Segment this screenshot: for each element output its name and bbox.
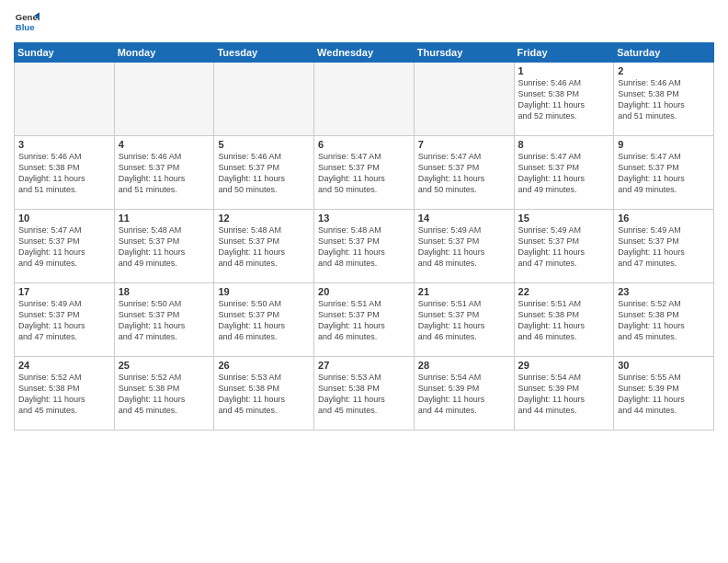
calendar-cell: 28Sunrise: 5:54 AM Sunset: 5:39 PM Dayli… bbox=[414, 357, 514, 431]
calendar-cell: 5Sunrise: 5:46 AM Sunset: 5:37 PM Daylig… bbox=[214, 136, 314, 210]
day-number: 16 bbox=[618, 213, 710, 224]
calendar-cell: 10Sunrise: 5:47 AM Sunset: 5:37 PM Dayli… bbox=[15, 210, 115, 283]
calendar-cell: 26Sunrise: 5:53 AM Sunset: 5:38 PM Dayli… bbox=[214, 357, 314, 431]
calendar-cell: 27Sunrise: 5:53 AM Sunset: 5:38 PM Dayli… bbox=[314, 357, 415, 431]
day-number: 5 bbox=[218, 139, 310, 150]
day-number: 26 bbox=[218, 360, 310, 371]
calendar-cell: 9Sunrise: 5:47 AM Sunset: 5:37 PM Daylig… bbox=[614, 136, 714, 210]
day-number: 8 bbox=[518, 139, 610, 150]
calendar-cell: 12Sunrise: 5:48 AM Sunset: 5:37 PM Dayli… bbox=[214, 210, 314, 283]
calendar-cell: 8Sunrise: 5:47 AM Sunset: 5:37 PM Daylig… bbox=[514, 136, 614, 210]
logo: General Blue bbox=[14, 9, 40, 35]
calendar-cell: 19Sunrise: 5:50 AM Sunset: 5:37 PM Dayli… bbox=[214, 283, 314, 357]
day-number: 28 bbox=[418, 360, 510, 371]
day-number: 25 bbox=[119, 360, 210, 371]
day-info: Sunrise: 5:48 AM Sunset: 5:37 PM Dayligh… bbox=[318, 224, 410, 270]
day-info: Sunrise: 5:48 AM Sunset: 5:37 PM Dayligh… bbox=[119, 224, 210, 270]
day-info: Sunrise: 5:47 AM Sunset: 5:37 PM Dayligh… bbox=[518, 151, 610, 196]
day-number: 18 bbox=[119, 286, 210, 297]
weekday-header-friday: Friday bbox=[514, 43, 614, 63]
day-info: Sunrise: 5:51 AM Sunset: 5:38 PM Dayligh… bbox=[518, 298, 610, 343]
calendar-cell: 29Sunrise: 5:54 AM Sunset: 5:39 PM Dayli… bbox=[514, 357, 614, 431]
calendar-cell: 1Sunrise: 5:46 AM Sunset: 5:38 PM Daylig… bbox=[514, 63, 614, 136]
calendar-week-3: 10Sunrise: 5:47 AM Sunset: 5:37 PM Dayli… bbox=[15, 210, 714, 283]
weekday-header-saturday: Saturday bbox=[614, 43, 714, 63]
calendar-week-2: 3Sunrise: 5:46 AM Sunset: 5:38 PM Daylig… bbox=[15, 136, 714, 210]
weekday-header-thursday: Thursday bbox=[414, 43, 514, 63]
calendar-cell: 18Sunrise: 5:50 AM Sunset: 5:37 PM Dayli… bbox=[114, 283, 214, 357]
day-info: Sunrise: 5:47 AM Sunset: 5:37 PM Dayligh… bbox=[318, 151, 410, 196]
day-number: 6 bbox=[318, 139, 410, 150]
day-info: Sunrise: 5:54 AM Sunset: 5:39 PM Dayligh… bbox=[418, 372, 510, 417]
day-number: 1 bbox=[518, 65, 610, 76]
calendar-cell: 17Sunrise: 5:49 AM Sunset: 5:37 PM Dayli… bbox=[15, 283, 115, 357]
day-info: Sunrise: 5:51 AM Sunset: 5:37 PM Dayligh… bbox=[418, 298, 510, 343]
day-number: 14 bbox=[418, 213, 510, 224]
calendar-cell: 13Sunrise: 5:48 AM Sunset: 5:37 PM Dayli… bbox=[314, 210, 415, 283]
day-info: Sunrise: 5:47 AM Sunset: 5:37 PM Dayligh… bbox=[418, 151, 510, 196]
calendar-cell: 14Sunrise: 5:49 AM Sunset: 5:37 PM Dayli… bbox=[414, 210, 514, 283]
page-header: General Blue bbox=[14, 9, 714, 35]
day-number: 20 bbox=[318, 286, 410, 297]
calendar-cell bbox=[214, 63, 314, 136]
calendar-cell: 21Sunrise: 5:51 AM Sunset: 5:37 PM Dayli… bbox=[414, 283, 514, 357]
day-info: Sunrise: 5:55 AM Sunset: 5:39 PM Dayligh… bbox=[618, 372, 710, 417]
day-info: Sunrise: 5:50 AM Sunset: 5:37 PM Dayligh… bbox=[119, 298, 210, 343]
logo-icon: General Blue bbox=[14, 9, 40, 35]
day-number: 30 bbox=[618, 360, 710, 371]
day-info: Sunrise: 5:49 AM Sunset: 5:37 PM Dayligh… bbox=[18, 298, 110, 343]
calendar-table: SundayMondayTuesdayWednesdayThursdayFrid… bbox=[14, 42, 714, 431]
calendar-cell bbox=[114, 63, 214, 136]
calendar-cell: 6Sunrise: 5:47 AM Sunset: 5:37 PM Daylig… bbox=[314, 136, 415, 210]
calendar-cell bbox=[414, 63, 514, 136]
weekday-header-tuesday: Tuesday bbox=[214, 43, 314, 63]
day-info: Sunrise: 5:51 AM Sunset: 5:37 PM Dayligh… bbox=[318, 298, 410, 343]
calendar-cell: 11Sunrise: 5:48 AM Sunset: 5:37 PM Dayli… bbox=[114, 210, 214, 283]
day-number: 15 bbox=[518, 213, 610, 224]
calendar-cell: 23Sunrise: 5:52 AM Sunset: 5:38 PM Dayli… bbox=[614, 283, 714, 357]
calendar-cell: 2Sunrise: 5:46 AM Sunset: 5:38 PM Daylig… bbox=[614, 63, 714, 136]
weekday-header-wednesday: Wednesday bbox=[314, 43, 415, 63]
day-info: Sunrise: 5:46 AM Sunset: 5:38 PM Dayligh… bbox=[18, 151, 110, 196]
day-number: 19 bbox=[218, 286, 310, 297]
day-info: Sunrise: 5:46 AM Sunset: 5:38 PM Dayligh… bbox=[618, 77, 710, 122]
day-info: Sunrise: 5:53 AM Sunset: 5:38 PM Dayligh… bbox=[318, 372, 410, 417]
calendar-cell: 4Sunrise: 5:46 AM Sunset: 5:37 PM Daylig… bbox=[114, 136, 214, 210]
day-info: Sunrise: 5:53 AM Sunset: 5:38 PM Dayligh… bbox=[218, 372, 310, 417]
calendar-cell: 15Sunrise: 5:49 AM Sunset: 5:37 PM Dayli… bbox=[514, 210, 614, 283]
day-info: Sunrise: 5:49 AM Sunset: 5:37 PM Dayligh… bbox=[418, 224, 510, 270]
day-info: Sunrise: 5:49 AM Sunset: 5:37 PM Dayligh… bbox=[618, 224, 710, 270]
calendar-week-1: 1Sunrise: 5:46 AM Sunset: 5:38 PM Daylig… bbox=[15, 63, 714, 136]
calendar-cell: 20Sunrise: 5:51 AM Sunset: 5:37 PM Dayli… bbox=[314, 283, 415, 357]
day-number: 12 bbox=[218, 213, 310, 224]
day-number: 9 bbox=[618, 139, 710, 150]
day-info: Sunrise: 5:49 AM Sunset: 5:37 PM Dayligh… bbox=[518, 224, 610, 270]
day-number: 17 bbox=[18, 286, 110, 297]
day-info: Sunrise: 5:46 AM Sunset: 5:38 PM Dayligh… bbox=[518, 77, 610, 122]
day-info: Sunrise: 5:52 AM Sunset: 5:38 PM Dayligh… bbox=[18, 372, 110, 417]
day-number: 21 bbox=[418, 286, 510, 297]
calendar-cell: 24Sunrise: 5:52 AM Sunset: 5:38 PM Dayli… bbox=[15, 357, 115, 431]
day-info: Sunrise: 5:46 AM Sunset: 5:37 PM Dayligh… bbox=[218, 151, 310, 196]
calendar-week-4: 17Sunrise: 5:49 AM Sunset: 5:37 PM Dayli… bbox=[15, 283, 714, 357]
day-info: Sunrise: 5:47 AM Sunset: 5:37 PM Dayligh… bbox=[18, 224, 110, 270]
day-number: 4 bbox=[119, 139, 210, 150]
day-number: 22 bbox=[518, 286, 610, 297]
weekday-header-sunday: Sunday bbox=[15, 43, 115, 63]
day-info: Sunrise: 5:46 AM Sunset: 5:37 PM Dayligh… bbox=[119, 151, 210, 196]
calendar-week-5: 24Sunrise: 5:52 AM Sunset: 5:38 PM Dayli… bbox=[15, 357, 714, 431]
calendar-cell: 30Sunrise: 5:55 AM Sunset: 5:39 PM Dayli… bbox=[614, 357, 714, 431]
day-number: 13 bbox=[318, 213, 410, 224]
day-info: Sunrise: 5:54 AM Sunset: 5:39 PM Dayligh… bbox=[518, 372, 610, 417]
calendar-cell: 22Sunrise: 5:51 AM Sunset: 5:38 PM Dayli… bbox=[514, 283, 614, 357]
day-info: Sunrise: 5:52 AM Sunset: 5:38 PM Dayligh… bbox=[618, 298, 710, 343]
day-number: 11 bbox=[119, 213, 210, 224]
day-info: Sunrise: 5:47 AM Sunset: 5:37 PM Dayligh… bbox=[618, 151, 710, 196]
calendar-cell bbox=[314, 63, 415, 136]
calendar-cell bbox=[15, 63, 115, 136]
day-info: Sunrise: 5:48 AM Sunset: 5:37 PM Dayligh… bbox=[218, 224, 310, 270]
svg-text:Blue: Blue bbox=[16, 22, 35, 32]
weekday-header-monday: Monday bbox=[114, 43, 214, 63]
day-number: 7 bbox=[418, 139, 510, 150]
day-info: Sunrise: 5:50 AM Sunset: 5:37 PM Dayligh… bbox=[218, 298, 310, 343]
